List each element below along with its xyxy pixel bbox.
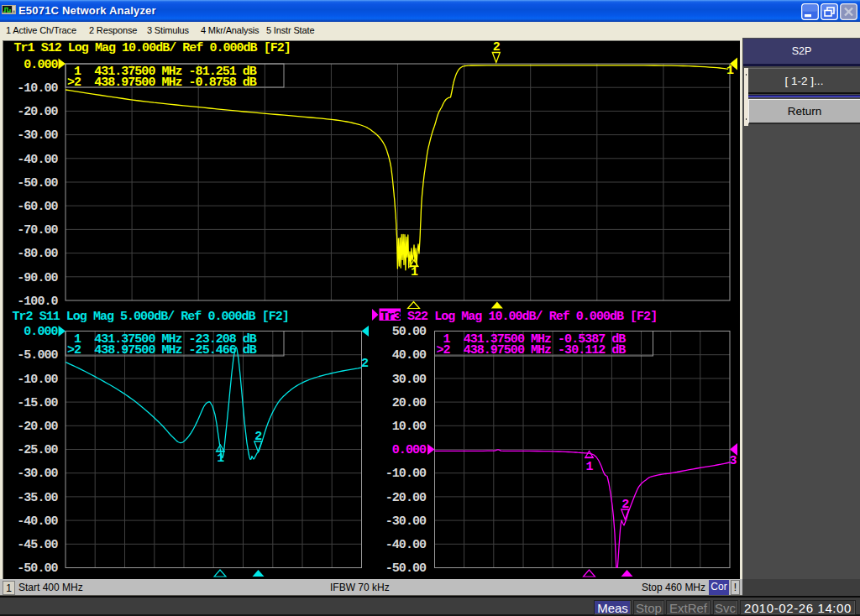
svg-text:-40.00: -40.00 (385, 538, 427, 552)
svg-text:20.00: 20.00 (392, 396, 427, 410)
svg-text:-10.00: -10.00 (17, 373, 58, 387)
svg-text:0.000: 0.000 (392, 443, 427, 457)
svg-text:-90.00: -90.00 (17, 271, 58, 285)
svg-text:-40.00: -40.00 (17, 514, 58, 529)
svg-text:-45.00: -45.00 (17, 538, 58, 552)
svg-text:-20.00: -20.00 (17, 105, 58, 119)
svg-text:-30.00: -30.00 (17, 467, 58, 481)
svg-text:>2 438.97500 MHz -30.112 dB: >2 438.97500 MHz -30.112 dB (437, 343, 627, 358)
svg-text:-20.00: -20.00 (385, 491, 427, 505)
svg-text:1: 1 (726, 64, 734, 78)
svg-text:-50.00: -50.00 (385, 561, 427, 576)
svg-text:-100.0: -100.0 (17, 295, 58, 309)
svg-text:S22 Log Mag 10.00dB/ Ref 0.000: S22 Log Mag 10.00dB/ Ref 0.000dB [F2] (407, 310, 657, 324)
svg-text:-35.00: -35.00 (17, 491, 58, 505)
svg-text:-25.00: -25.00 (17, 443, 58, 457)
svg-text:-40.00: -40.00 (17, 153, 58, 167)
svg-text:2: 2 (254, 430, 262, 444)
svg-text:Tr1 S12 Log Mag 10.00dB/ Ref 0: Tr1 S12 Log Mag 10.00dB/ Ref 0.000dB [F2… (14, 41, 291, 55)
svg-text:-10.00: -10.00 (17, 81, 58, 96)
svg-text:>2 438.97500 MHz -0.8758 dB: >2 438.97500 MHz -0.8758 dB (67, 76, 257, 90)
svg-text:-70.00: -70.00 (17, 223, 58, 238)
svg-text:Tr2 S11 Log Mag 5.000dB/ Ref 0: Tr2 S11 Log Mag 5.000dB/ Ref 0.000dB [F2… (13, 310, 289, 324)
svg-text:40.00: 40.00 (392, 348, 427, 363)
svg-text:0.000: 0.000 (24, 325, 58, 339)
svg-text:>2 438.97500 MHz -25.466 dB: >2 438.97500 MHz -25.466 dB (67, 343, 257, 358)
svg-text:-50.00: -50.00 (17, 561, 58, 576)
svg-text:50.00: 50.00 (392, 325, 427, 339)
svg-text:3: 3 (729, 454, 737, 468)
svg-text:1: 1 (411, 265, 418, 279)
svg-text:-15.00: -15.00 (17, 396, 58, 410)
svg-text:-80.00: -80.00 (17, 247, 58, 261)
svg-text:2: 2 (621, 498, 629, 512)
svg-text:-50.00: -50.00 (17, 176, 58, 191)
svg-text:-30.00: -30.00 (385, 514, 427, 529)
svg-text:-5.000: -5.000 (17, 348, 58, 363)
svg-text:-10.00: -10.00 (385, 467, 427, 481)
svg-text:10.00: 10.00 (392, 420, 427, 434)
svg-text:0.000: 0.000 (24, 58, 58, 72)
svg-text:-60.00: -60.00 (17, 200, 58, 214)
svg-text:2: 2 (493, 40, 501, 55)
svg-text:-30.00: -30.00 (17, 128, 58, 143)
svg-text:30.00: 30.00 (392, 373, 427, 387)
svg-text:Tr3: Tr3 (380, 310, 401, 324)
svg-text:1: 1 (217, 452, 224, 466)
svg-text:2: 2 (361, 357, 369, 371)
svg-text:1: 1 (585, 460, 593, 474)
svg-text:-20.00: -20.00 (17, 420, 58, 434)
